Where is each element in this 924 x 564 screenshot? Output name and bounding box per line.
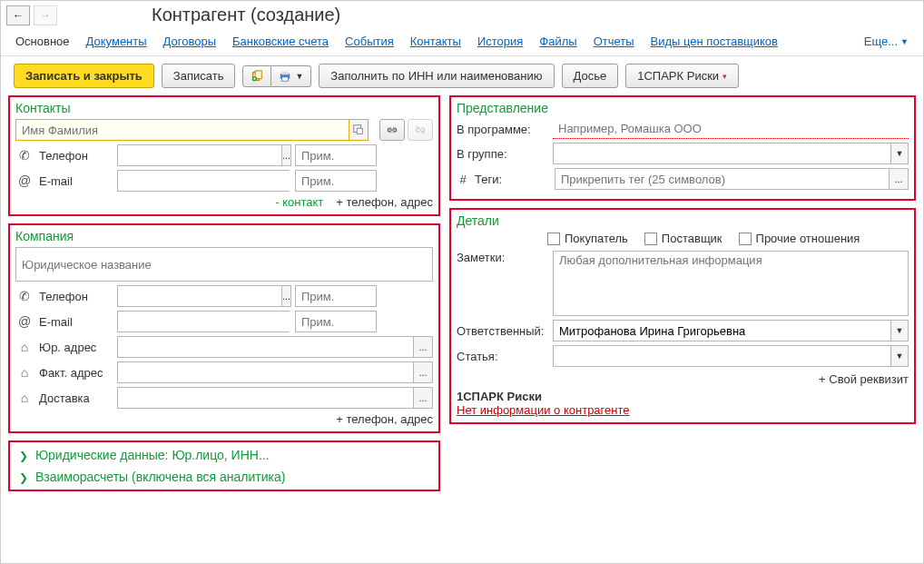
tab-main[interactable]: Основное [15,35,70,48]
contact-name-input[interactable] [15,119,349,141]
link-icon [386,124,398,136]
link-contact-button[interactable] [379,119,405,141]
expand-icon [352,124,365,136]
spark-section-title: 1СПАРК Риски [457,390,909,403]
hash-icon: # [457,173,469,186]
contact-phone-open-button[interactable]: ... [281,144,291,166]
contact-email-note-input[interactable] [295,170,377,192]
phone-icon: ✆ [15,289,34,303]
tabs-more-label: Еще... [864,35,898,48]
legal-data-expander[interactable]: ❯ Юридические данные: Юр.лицо, ИНН... [14,444,435,466]
delivery-label: Доставка [39,391,112,405]
company-email-note-input[interactable] [295,311,377,332]
buyer-checkbox[interactable]: Покупатель [547,232,628,245]
copy-icon-button[interactable] [242,65,271,87]
tab-contacts[interactable]: Контакты [410,35,461,48]
supplier-checkbox[interactable]: Поставщик [644,232,722,245]
delivery-open-button[interactable]: ... [413,387,433,409]
article-input[interactable] [553,345,890,367]
responsible-label: Ответственный: [457,324,547,338]
company-phone-label: Телефон [39,290,112,303]
details-group: Детали Покупатель Поставщик Прочие отнош… [449,208,916,424]
spark-label: 1СПАРК Риски [637,69,719,83]
tab-history[interactable]: История [477,35,523,48]
in-app-input[interactable] [553,119,909,139]
copy-icon [251,70,263,83]
unlink-icon [414,124,427,136]
company-phone-input[interactable] [117,285,281,307]
in-group-input[interactable] [553,143,890,164]
settlements-expander[interactable]: ❯ Взаиморасчеты (включена вся аналитика) [14,466,435,488]
tags-input[interactable] [555,168,889,190]
print-icon-button[interactable]: ▼ [271,65,311,87]
contact-phone-input[interactable] [117,144,281,166]
company-phone-note-input[interactable] [295,285,377,307]
fill-by-inn-button[interactable]: Заполнить по ИНН или наименованию [319,64,554,88]
dossier-button[interactable]: Досье [562,64,619,88]
email-icon: @ [15,173,34,188]
responsible-dropdown-button[interactable]: ▼ [890,320,909,341]
spark-warning-link[interactable]: Нет информации о контрагенте [457,403,630,417]
contact-phone-note-input[interactable] [295,144,377,166]
legal-addr-open-button[interactable]: ... [413,336,433,358]
company-email-input[interactable] [117,311,290,332]
house-icon: ⌂ [15,340,34,354]
fill-inn-label: Заполнить по ИНН или наименованию [330,69,542,83]
add-phone-address-link[interactable]: + телефон, адрес [336,195,433,209]
article-dropdown-button[interactable]: ▼ [890,345,909,367]
company-add-phone-link[interactable]: + телефон, адрес [336,412,433,426]
contact-name-open-button[interactable] [349,119,369,141]
tab-files[interactable]: Файлы [539,35,576,48]
contact-email-input[interactable] [117,170,290,192]
other-rel-checkbox[interactable]: Прочие отношения [739,232,860,245]
in-group-dropdown-button[interactable]: ▼ [890,143,909,164]
unlink-contact-button[interactable] [408,119,433,141]
fact-addr-input[interactable] [117,361,413,383]
spark-risks-button[interactable]: 1СПАРК Риски ▾ [625,64,739,88]
page-title: Контрагент (создание) [152,5,340,25]
own-attr-link[interactable]: + Свой реквизит [819,372,909,386]
tabs-more-button[interactable]: Еще... ▼ [864,35,909,48]
contacts-title: Контакты [15,101,433,115]
save-label: Записать [173,69,224,83]
delivery-input[interactable] [117,387,413,409]
svg-rect-5 [282,76,289,80]
legal-data-label: Юридические данные: Юр.лицо, ИНН... [35,448,270,462]
save-close-label: Записать и закрыть [25,69,143,83]
other-rel-label: Прочие отношения [756,232,860,245]
buyer-label: Покупатель [565,232,628,245]
legal-addr-input[interactable] [117,336,413,358]
company-group: Компания ✆ Телефон ... @ E-mail [8,223,440,433]
remove-contact-link[interactable]: - контакт [275,195,323,209]
svg-rect-4 [282,71,289,74]
contacts-group: Контакты [8,95,440,216]
save-button[interactable]: Записать [162,64,236,88]
notes-label: Заметки: [457,251,547,264]
tab-reports[interactable]: Отчеты [594,35,634,48]
tab-prices[interactable]: Виды цен поставщиков [651,35,778,48]
tab-contracts[interactable]: Договоры [163,35,216,48]
company-email-label: E-mail [39,315,112,329]
notes-textarea[interactable] [553,251,909,316]
tab-events[interactable]: События [345,35,394,48]
checkbox-icon [644,233,657,245]
company-name-input[interactable] [15,247,433,282]
representation-title: Представление [457,101,909,115]
nav-forward-button[interactable]: → [34,5,57,25]
save-close-button[interactable]: Записать и закрыть [14,64,154,88]
article-label: Статья: [457,350,547,363]
svg-rect-7 [389,129,394,130]
tab-bank[interactable]: Банковские счета [232,35,329,48]
fact-addr-open-button[interactable]: ... [413,361,433,383]
tab-documents[interactable]: Документы [86,35,147,48]
chevron-down-icon: ▾ [722,72,727,81]
responsible-input[interactable] [553,320,890,341]
tags-label: Теги: [475,173,549,186]
tags-open-button[interactable]: ... [889,168,909,190]
company-title: Компания [15,229,433,243]
email-icon: @ [15,314,34,329]
nav-back-button[interactable]: ← [6,5,30,25]
in-group-label: В группе: [457,147,547,161]
settlements-label: Взаиморасчеты (включена вся аналитика) [35,470,286,484]
company-phone-open-button[interactable]: ... [281,285,291,307]
